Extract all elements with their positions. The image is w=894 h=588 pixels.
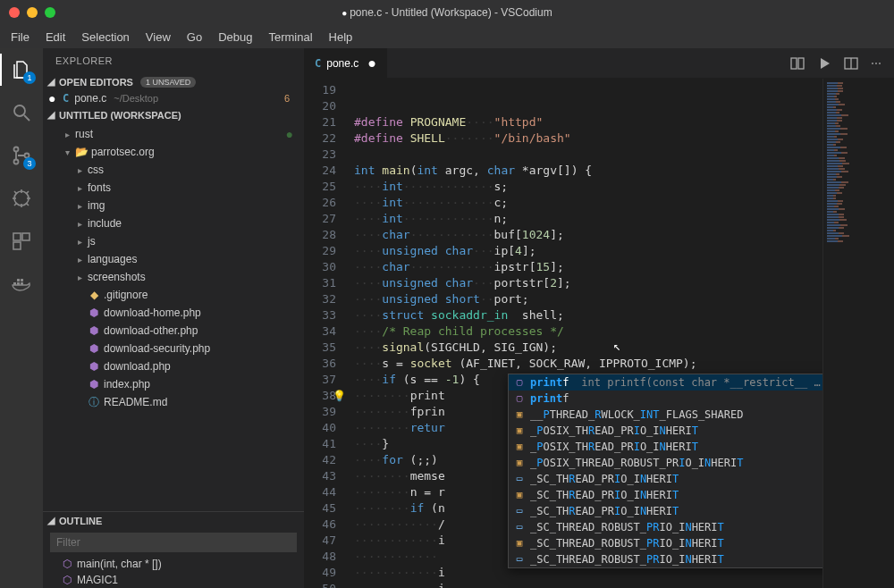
menu-go[interactable]: Go [187, 30, 202, 44]
dirty-dot-icon: ● [48, 92, 55, 105]
suggest-item[interactable]: ▣_POSIX_THREAD_ROBUST_PRIO_INHERIT [509, 455, 873, 471]
code-line[interactable]: ····unsigned char···portstr[2]; [354, 275, 894, 291]
menu-selection[interactable]: Selection [81, 30, 129, 44]
suggest-item[interactable]: ▭_SC_THREAD_PRIO_INHERIT [509, 503, 873, 519]
suggest-constant-icon: ▣ [514, 455, 525, 471]
outline-item[interactable]: ⬡main(int, char * []) [43, 556, 304, 572]
code-line[interactable]: ····char············ipstr[15]; [354, 259, 894, 275]
tree-item-css[interactable]: ▸css [43, 161, 304, 179]
suggest-item[interactable]: ▭_SC_THREAD_ROBUST_PRIO_INHERIT [509, 551, 873, 567]
scm-badge: 3 [23, 157, 36, 170]
tree-item-download-other-php[interactable]: ⬢download-other.php [43, 322, 304, 340]
tree-item-rust[interactable]: ▸rust● [43, 125, 304, 143]
info-file-icon: ⓘ [88, 395, 100, 410]
activity-docker[interactable] [9, 272, 34, 297]
suggest-widget[interactable]: ▢printfint printf(const char *__restrict… [508, 374, 874, 568]
activity-search[interactable] [9, 100, 34, 125]
tree-item-download-php[interactable]: ⬢download.php [43, 357, 304, 375]
tree-item-label: rust [75, 128, 93, 140]
maximize-window-button[interactable] [45, 7, 55, 18]
editor-body[interactable]: 1920212223242526272829303132333435363738… [304, 79, 894, 588]
code-line[interactable]: ····char············buf[1024]; [354, 227, 894, 243]
tree-item-label: download-other.php [104, 324, 198, 337]
line-number: 33 [304, 307, 336, 323]
suggest-item[interactable]: ▣_POSIX_THREAD_PRIO_INHERIT [509, 439, 873, 455]
code-line[interactable]: ····int·············s; [354, 179, 894, 195]
activity-extensions[interactable] [9, 229, 34, 254]
c-file-icon: C [315, 57, 321, 70]
suggest-item[interactable]: ▭_SC_THREAD_PRIO_INHERIT [509, 471, 873, 487]
chevron-right-icon: ▸ [75, 237, 84, 247]
code-line[interactable]: #define SHELL·······"/bin/bash" [354, 130, 894, 147]
activity-scm[interactable]: 3 [9, 143, 34, 168]
menu-view[interactable]: View [146, 30, 171, 44]
tree-item-download-home-php[interactable]: ⬢download-home.php [43, 304, 304, 322]
code-line[interactable]: ····unsigned char···ip[4]; [354, 243, 894, 259]
suggest-item[interactable]: ▣_SC_THREAD_PRIO_INHERIT [509, 487, 873, 503]
tree-item-fonts[interactable]: ▸fonts [43, 179, 304, 197]
lightbulb-icon[interactable]: 💡 [333, 388, 346, 404]
tab-pone-c[interactable]: C pone.c ● [304, 48, 388, 78]
code-line[interactable]: ····struct sockaddr_in shell; [354, 307, 894, 323]
suggest-item[interactable]: ▭_SC_THREAD_ROBUST_PRIO_INHERIT [509, 519, 873, 535]
suggest-item[interactable]: ▣__PTHREAD_RWLOCK_INT_FLAGS_SHARED [509, 407, 873, 423]
code-line[interactable]: int main(int argc, char *argv[]) { [354, 163, 894, 179]
tree-item-label: download-security.php [104, 342, 210, 355]
menu-debug[interactable]: Debug [218, 30, 252, 44]
suggest-constant-icon: ▣ [514, 407, 525, 423]
split-editor-icon[interactable] [844, 56, 858, 71]
suggest-item[interactable]: ▣_SC_THREAD_ROBUST_PRIO_INHERIT [509, 535, 873, 551]
c-file-icon: C [63, 92, 69, 105]
tree-item-parrotsec-org[interactable]: ▾📂parrotsec.org [43, 143, 304, 161]
code-line[interactable]: ····int·············n; [354, 211, 894, 227]
outline-header[interactable]: ◢ OUTLINE [43, 512, 304, 529]
window-controls [9, 7, 55, 18]
suggest-label: printf [530, 374, 569, 391]
code-line[interactable]: ····signal(SIGCHLD, SIG_IGN); [354, 340, 894, 356]
line-number: 30 [304, 259, 336, 275]
activity-debug[interactable] [9, 186, 34, 211]
tree-item-include[interactable]: ▸include [43, 214, 304, 232]
tree-item-screenshots[interactable]: ▸screenshots [43, 268, 304, 286]
suggest-item[interactable]: ▣_POSIX_THREAD_PRIO_INHERIT [509, 423, 873, 439]
code-line[interactable]: ············i [354, 581, 894, 588]
sidebar-title: EXPLORER [43, 48, 304, 73]
code-line[interactable]: ····int·············c; [354, 195, 894, 211]
tree-item-img[interactable]: ▸img [43, 197, 304, 214]
menu-file[interactable]: File [11, 30, 30, 44]
outline-filter-input[interactable] [50, 533, 297, 552]
run-icon[interactable] [817, 56, 831, 71]
menu-help[interactable]: Help [329, 30, 353, 44]
close-window-button[interactable] [9, 7, 20, 18]
minimap[interactable] [822, 79, 894, 588]
tree-item--gitignore[interactable]: ◆.gitignore [43, 286, 304, 304]
open-editor-item[interactable]: ●Cpone.c~/Desktop6 [43, 90, 304, 106]
code-line[interactable]: #define PROGNAME····"httpd" [354, 114, 894, 130]
suggest-item[interactable]: ▢printfint printf(const char *__restrict… [509, 374, 873, 391]
workspace-header[interactable]: ◢ UNTITLED (WORKSPACE) [43, 106, 304, 123]
tree-item-readme-md[interactable]: ⓘREADME.md [43, 393, 304, 411]
tree-item-languages[interactable]: ▸languages [43, 250, 304, 268]
minimize-window-button[interactable] [27, 7, 38, 18]
tree-item-js[interactable]: ▸js [43, 232, 304, 250]
code-content[interactable]: #define PROGNAME····"httpd"#define SHELL… [349, 79, 894, 588]
code-line[interactable] [354, 147, 894, 163]
code-line[interactable]: ····/* Reap child processes */ [354, 323, 894, 340]
code-line[interactable]: ····s = socket (AF_INET, SOCK_RAW, IPPRO… [354, 356, 894, 372]
suggest-item[interactable]: ▢printf [509, 391, 873, 407]
activity-explorer[interactable]: 1 [9, 57, 34, 82]
tree-item-label: languages [88, 253, 137, 265]
tree-item-download-security-php[interactable]: ⬢download-security.php [43, 340, 304, 357]
compare-icon[interactable] [790, 56, 805, 71]
code-line[interactable]: ····unsigned short··port; [354, 291, 894, 307]
menu-edit[interactable]: Edit [46, 30, 65, 44]
tab-label: pone.c [326, 57, 358, 70]
open-editors-header[interactable]: ◢ OPEN EDITORS 1 UNSAVED [43, 73, 304, 90]
outline-item[interactable]: ⬡MAGIC1 [43, 572, 304, 588]
tree-item-index-php[interactable]: ⬢index.php [43, 375, 304, 393]
svg-point-2 [14, 147, 19, 152]
menu-terminal[interactable]: Terminal [268, 30, 312, 44]
more-icon[interactable]: ⋯ [871, 57, 881, 70]
line-number: 43 [304, 468, 336, 484]
chevron-down-icon: ◢ [46, 76, 55, 88]
